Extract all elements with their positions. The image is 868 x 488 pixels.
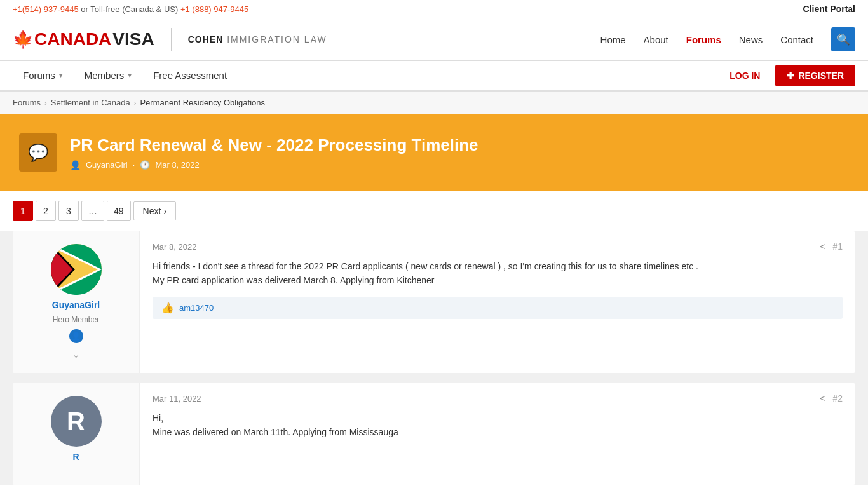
page-49-button[interactable]: 49 [107,201,131,221]
pagination: 1 2 3 … 49 Next › [0,191,868,231]
next-label: Next [143,206,161,216]
site-logo[interactable]: 🍁 CANADAVISA [13,29,154,50]
breadcrumb-settlement[interactable]: Settlement in Canada [51,98,130,107]
post-text-1: Hi friends - I don't see a thread for th… [153,259,843,288]
post-date-1: Mar 8, 2022 [153,242,196,252]
forums-label: Forums [23,70,55,81]
maple-leaf-icon: 🍁 [13,30,33,50]
author-role-1: Hero Member [53,315,99,324]
like-icon-1[interactable]: 👍 [161,302,174,314]
thread-date: Mar 8, 2022 [155,160,199,170]
post-text-line1-1: Hi friends - I don't see a thread for th… [153,259,843,273]
search-button[interactable]: 🔍 [831,27,855,51]
post-text-line2-1: My PR card application was delivered Mar… [153,273,843,287]
meta-separator: · [133,160,135,170]
breadcrumb-forums[interactable]: Forums [13,98,41,107]
share-icon-2[interactable]: < [820,393,825,403]
page-2-button[interactable]: 2 [36,201,56,221]
clock-icon: 🕐 [140,160,150,170]
author-name-2[interactable]: R [72,452,79,462]
user-icon: 👤 [70,160,81,170]
avatar-r: R [51,396,102,447]
post-reactions-1: 👍 am13470 [153,297,843,319]
forums-arrow-icon: ▼ [58,72,64,79]
client-portal-link[interactable]: Client Portal [803,4,855,14]
breadcrumb-sep-1: › [44,99,47,107]
page-ellipsis: … [81,201,104,221]
chat-icon: 💬 [28,143,48,163]
nav-item-free-assessment[interactable]: Free Assessment [143,61,237,92]
site-header: 🍁 CANADAVISA COHEN IMMIGRATION LAW Home … [0,18,868,61]
nav-news[interactable]: News [739,34,763,45]
post-card-2: R R Mar 11, 2022 < #2 Hi, Mine was deliv… [13,383,855,485]
breadcrumb-sep-2: › [134,99,137,107]
nav-home[interactable]: Home [600,34,626,45]
top-bar: +1(514) 937-9445 or Toll-free (Canada & … [0,0,868,18]
phone1-link[interactable]: +1(514) 937-9445 [13,4,79,14]
reaction-user-1[interactable]: am13470 [179,303,214,313]
members-arrow-icon: ▼ [126,72,133,79]
next-arrow-icon: › [163,206,166,216]
nav-item-forums[interactable]: Forums ▼ [13,61,74,92]
breadcrumb-current: Permanent Residency Obligations [140,98,265,107]
post-num-1: #1 [832,241,843,252]
next-button[interactable]: Next › [133,201,176,220]
nav-bar-right: LOG IN ✚ REGISTER [721,65,855,86]
post-author-1: GuyanaGirl Hero Member 👤 ⌄ [13,231,140,373]
logo-canada-text: CANADA [34,29,111,50]
nav-bar-left: Forums ▼ Members ▼ Free Assessment [13,61,237,90]
author-chevron-1[interactable]: ⌄ [72,348,80,360]
thread-icon: 💬 [19,133,57,172]
thread-author[interactable]: GuyanaGirl [86,160,128,170]
post-actions-2: < #2 [820,393,843,403]
author-name-1[interactable]: GuyanaGirl [52,300,100,310]
nav-contact[interactable]: Contact [780,34,813,45]
login-button[interactable]: LOG IN [721,65,769,86]
cohen-name: COHEN [188,34,224,44]
phone-separator: or Toll-free (Canada & US) [81,4,180,14]
post-header-2: Mar 11, 2022 < #2 [153,393,843,403]
search-icon: 🔍 [837,33,850,46]
avatar-flag-svg [51,244,102,295]
nav-item-members[interactable]: Members ▼ [74,61,143,92]
logo-divider [171,28,172,51]
post-author-2: R R [13,383,140,485]
top-bar-contact: +1(514) 937-9445 or Toll-free (Canada & … [13,4,248,14]
logo-area: 🍁 CANADAVISA COHEN IMMIGRATION LAW [13,28,327,51]
cohen-logo: COHEN IMMIGRATION LAW [188,34,327,44]
page-1-button[interactable]: 1 [13,201,33,221]
post-text-line1-2: Hi, [153,411,843,425]
avatar-guyanagirl [51,244,102,295]
post-text-line2-2: Mine was delivered on March 11th. Applyi… [153,425,843,439]
nav-about[interactable]: About [644,34,668,45]
register-label: REGISTER [798,71,844,81]
post-content-2: Mar 11, 2022 < #2 Hi, Mine was delivered… [140,383,855,485]
post-date-2: Mar 11, 2022 [153,394,201,403]
register-button[interactable]: ✚ REGISTER [775,65,855,86]
free-assessment-label: Free Assessment [153,70,227,81]
main-navigation: Home About Forums News Contact 🔍 [600,27,855,51]
post-text-2: Hi, Mine was delivered on March 11th. Ap… [153,411,843,440]
nav-forums[interactable]: Forums [686,34,721,45]
page-3-button[interactable]: 3 [58,201,79,221]
post-num-2: #2 [832,393,843,403]
breadcrumb: Forums › Settlement in Canada › Permanen… [0,92,868,114]
phone2-link[interactable]: +1 (888) 947-9445 [180,4,248,14]
immigration-law-text: IMMIGRATION LAW [223,34,327,44]
share-icon-1[interactable]: < [820,241,825,252]
posts-container: GuyanaGirl Hero Member 👤 ⌄ Mar 8, 2022 <… [0,231,868,485]
post-content-1: Mar 8, 2022 < #1 Hi friends - I don't se… [140,231,855,373]
register-plus-icon: ✚ [787,71,794,81]
avatar-letter: R [67,407,85,436]
thread-header: 💬 PR Card Renewal & New - 2022 Processin… [0,114,868,191]
thread-title: PR Card Renewal & New - 2022 Processing … [70,135,478,155]
members-label: Members [85,70,125,81]
badge-icon: 👤 [71,332,81,341]
post-card-1: GuyanaGirl Hero Member 👤 ⌄ Mar 8, 2022 <… [13,231,855,373]
logo-visa-text: VISA [112,29,154,50]
sub-navigation: Forums ▼ Members ▼ Free Assessment LOG I… [0,61,868,92]
thread-meta: 👤 GuyanaGirl · 🕐 Mar 8, 2022 [70,160,478,170]
author-badge-1: 👤 [69,329,83,343]
thread-title-area: PR Card Renewal & New - 2022 Processing … [70,135,478,170]
post-actions-1: < #1 [820,241,843,252]
